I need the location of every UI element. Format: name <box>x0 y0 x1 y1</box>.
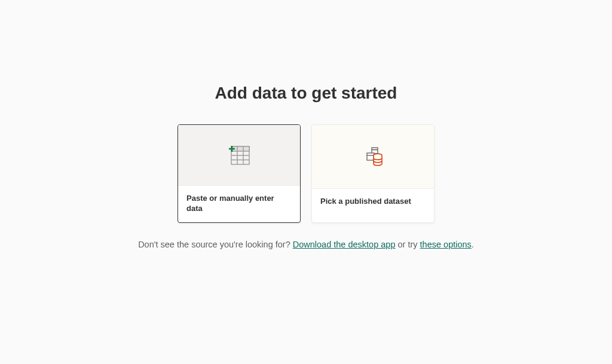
helper-suffix: . <box>472 240 474 249</box>
helper-prefix: Don't see the source you're looking for? <box>138 240 293 249</box>
helper-text: Don't see the source you're looking for?… <box>138 240 474 249</box>
helper-middle: or try <box>398 240 420 249</box>
table-plus-icon <box>227 144 251 166</box>
page-title: Add data to get started <box>215 84 397 103</box>
dataset-icon <box>360 145 385 169</box>
paste-data-card-label: Paste or manually enter data <box>178 186 300 222</box>
download-desktop-link[interactable]: Download the desktop app <box>293 240 396 249</box>
card-row: Paste or manually enter data Pick a publ… <box>178 124 434 223</box>
svg-rect-10 <box>367 153 374 160</box>
published-dataset-card[interactable]: Pick a published dataset <box>311 124 434 223</box>
published-dataset-card-label: Pick a published dataset <box>312 189 434 222</box>
published-dataset-card-image <box>312 125 434 189</box>
paste-data-card[interactable]: Paste or manually enter data <box>178 124 301 223</box>
these-options-link[interactable]: these options <box>420 240 472 249</box>
paste-data-card-image <box>178 125 300 186</box>
